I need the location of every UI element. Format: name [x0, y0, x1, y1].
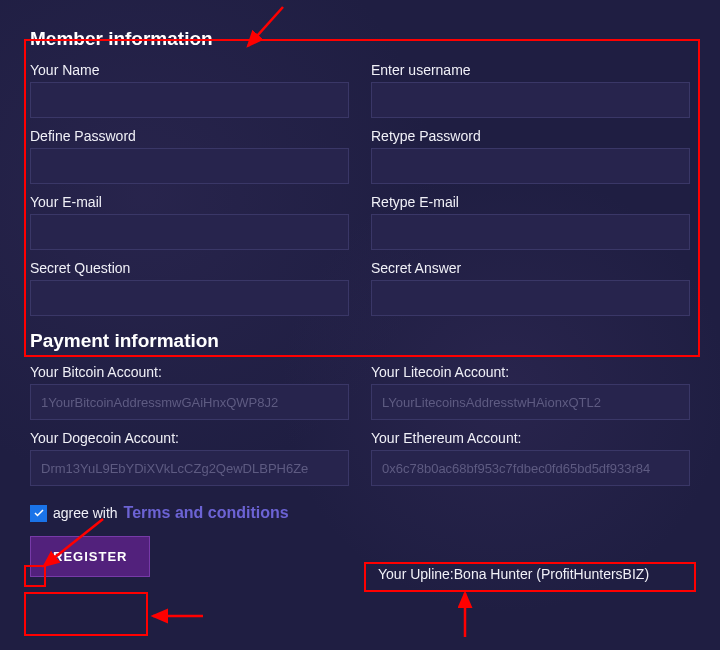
bitcoin-input[interactable] [30, 384, 349, 420]
ethereum-label: Your Ethereum Account: [371, 430, 690, 446]
member-info-form: Your Name Enter username Define Password… [30, 62, 690, 316]
retype-email-label: Retype E-mail [371, 194, 690, 210]
litecoin-label: Your Litecoin Account: [371, 364, 690, 380]
litecoin-input[interactable] [371, 384, 690, 420]
your-email-label: Your E-mail [30, 194, 349, 210]
agree-checkbox[interactable] [30, 505, 47, 522]
arrow-to-register [148, 606, 208, 626]
retype-password-input[interactable] [371, 148, 690, 184]
username-label: Enter username [371, 62, 690, 78]
dogecoin-input[interactable] [30, 450, 349, 486]
secret-question-input[interactable] [30, 280, 349, 316]
annotation-register [24, 592, 148, 636]
agreement-row: agree with Terms and conditions [30, 504, 690, 522]
your-name-label: Your Name [30, 62, 349, 78]
secret-question-label: Secret Question [30, 260, 349, 276]
payment-info-form: Your Bitcoin Account: Your Litecoin Acco… [30, 364, 690, 486]
define-password-input[interactable] [30, 148, 349, 184]
arrow-to-upline [440, 587, 490, 642]
ethereum-input[interactable] [371, 450, 690, 486]
secret-answer-label: Secret Answer [371, 260, 690, 276]
member-info-title: Member information [30, 28, 690, 50]
agree-text: agree with [53, 505, 118, 521]
terms-link[interactable]: Terms and conditions [124, 504, 289, 522]
retype-email-input[interactable] [371, 214, 690, 250]
secret-answer-input[interactable] [371, 280, 690, 316]
define-password-label: Define Password [30, 128, 349, 144]
your-email-input[interactable] [30, 214, 349, 250]
retype-password-label: Retype Password [371, 128, 690, 144]
username-input[interactable] [371, 82, 690, 118]
bitcoin-label: Your Bitcoin Account: [30, 364, 349, 380]
your-name-input[interactable] [30, 82, 349, 118]
check-icon [33, 507, 45, 519]
dogecoin-label: Your Dogecoin Account: [30, 430, 349, 446]
payment-info-title: Payment information [30, 330, 690, 352]
register-button[interactable]: REGISTER [30, 536, 150, 577]
upline-text: Your Upline:Bona Hunter (ProfitHuntersBI… [370, 560, 690, 588]
